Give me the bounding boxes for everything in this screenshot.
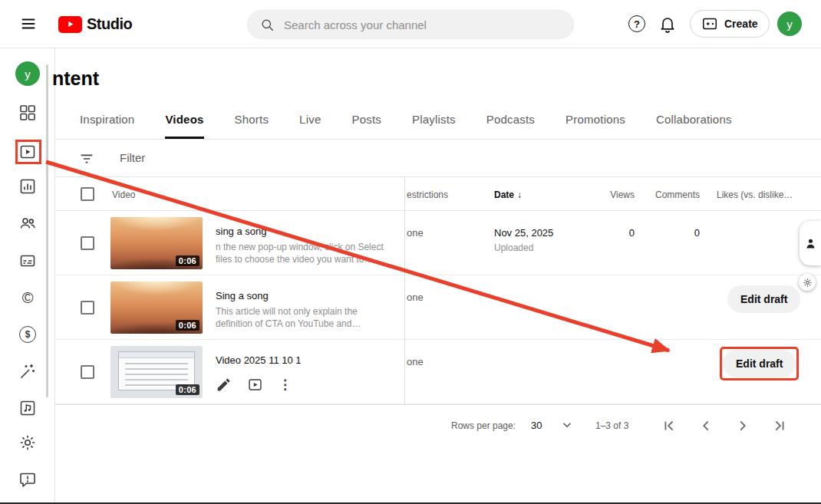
create-video-icon — [701, 15, 718, 32]
watch-on-youtube-icon[interactable] — [247, 377, 263, 393]
studio-logo[interactable]: Studio — [58, 15, 132, 33]
row-checkbox[interactable] — [81, 236, 94, 250]
header-restrictions[interactable]: estrictions — [407, 189, 448, 200]
floating-tool-panel[interactable] — [800, 221, 821, 265]
feedback-icon — [18, 470, 37, 489]
sidebar-item-settings[interactable] — [18, 433, 37, 452]
menu-icon[interactable] — [20, 15, 37, 32]
filter-label[interactable]: Filter — [120, 151, 145, 164]
channel-avatar[interactable]: y — [15, 61, 40, 86]
search-input[interactable] — [284, 18, 561, 31]
restrictions-cell: one — [407, 356, 424, 367]
sidebar-item-audio-library[interactable] — [18, 399, 37, 417]
table-row: 0:06 Video 2025 11 10 1 ⋮ one Edit draft — [55, 340, 821, 404]
youtube-studio-window: Studio ? Create y — [0, 0, 821, 504]
youtube-play-icon — [58, 16, 82, 33]
video-thumbnail[interactable]: 0:06 — [110, 282, 203, 334]
edit-pencil-icon[interactable] — [216, 377, 232, 393]
header-date[interactable]: Date↓ — [494, 189, 522, 200]
earn-icon: $ — [19, 326, 36, 343]
header-views[interactable]: Views — [589, 189, 635, 200]
description-line: This article will not only explain the — [216, 306, 358, 317]
community-icon — [18, 214, 37, 232]
sidebar-item-customization[interactable] — [18, 362, 37, 380]
sidebar-item-subtitles[interactable] — [18, 252, 37, 270]
select-all-checkbox[interactable] — [81, 187, 94, 201]
chevron-down-icon — [560, 418, 574, 432]
thumbnail-art — [119, 352, 194, 358]
sidebar-item-analytics[interactable] — [18, 177, 37, 196]
video-description: n the new pop-up window, click on Select… — [216, 241, 384, 265]
header-comments[interactable]: Comments — [638, 189, 700, 200]
notifications-bell-icon[interactable] — [658, 15, 677, 33]
floating-settings-gear-icon[interactable] — [799, 274, 816, 291]
video-title[interactable]: sing a song — [216, 226, 267, 237]
video-description: This article will not only explain the d… — [216, 305, 384, 330]
tab-playlists[interactable]: Playlists — [412, 100, 456, 139]
pagination-range: 1–3 of 3 — [595, 420, 628, 431]
header-likes[interactable]: Likes (vs. dislike… — [717, 189, 821, 200]
video-thumbnail[interactable]: 0:06 — [110, 346, 203, 398]
last-page-button[interactable] — [771, 417, 788, 434]
tab-shorts[interactable]: Shorts — [235, 100, 269, 139]
avatar-initial: y — [25, 68, 31, 81]
table-header: Video estrictions Date↓ Views Comments L… — [55, 177, 821, 211]
sidebar-item-community[interactable] — [18, 214, 37, 232]
comments-cell: 0 — [638, 227, 700, 239]
tab-live[interactable]: Live — [299, 100, 321, 139]
tab-podcasts[interactable]: Podcasts — [486, 100, 535, 139]
description-line: n the new pop-up window, click on Select — [216, 242, 384, 252]
settings-gear-icon — [18, 433, 37, 452]
search-bar[interactable] — [247, 10, 574, 39]
row-hover-actions: ⋮ — [216, 377, 292, 393]
previous-page-button[interactable] — [697, 417, 714, 434]
views-cell: 0 — [589, 227, 635, 239]
video-title[interactable]: Video 2025 11 10 1 — [216, 354, 302, 366]
create-label: Create — [724, 18, 758, 30]
rows-per-page-label: Rows per page: — [451, 420, 516, 431]
header-video[interactable]: Video — [112, 189, 135, 200]
last-page-icon — [771, 417, 788, 434]
person-icon — [804, 237, 817, 250]
date-label: Date — [494, 189, 514, 200]
sidebar-item-content[interactable] — [18, 143, 37, 161]
tab-videos[interactable]: Videos — [165, 100, 203, 139]
table-row: 0:06 Sing a song This article will not o… — [55, 275, 821, 340]
sidebar-scrollbar[interactable] — [46, 64, 48, 397]
sidebar-item-dashboard[interactable] — [18, 104, 37, 122]
row-checkbox[interactable] — [81, 365, 94, 379]
sidebar-item-feedback[interactable] — [18, 470, 37, 489]
video-title[interactable]: Sing a song — [216, 290, 269, 301]
tab-posts[interactable]: Posts — [351, 100, 381, 139]
create-button[interactable]: Create — [690, 10, 770, 38]
subtitles-icon — [18, 252, 37, 270]
rows-per-page-dropdown[interactable] — [560, 418, 574, 432]
chevron-left-icon — [697, 417, 714, 434]
edit-draft-highlight-box: Edit draft — [720, 347, 799, 380]
filter-icon[interactable] — [78, 150, 95, 167]
edit-draft-button[interactable]: Edit draft — [727, 285, 800, 313]
table-footer: Rows per page: 30 1–3 of 3 — [55, 404, 821, 445]
sidebar-item-earn[interactable]: $ — [18, 325, 37, 344]
help-icon[interactable]: ? — [628, 15, 645, 32]
help-glyph: ? — [634, 18, 640, 30]
analytics-icon — [18, 177, 37, 196]
edit-draft-button[interactable]: Edit draft — [723, 350, 796, 377]
rows-per-page-value[interactable]: 30 — [531, 420, 542, 431]
tab-collaborations[interactable]: Collaborations — [656, 100, 732, 139]
tab-promotions[interactable]: Promotions — [565, 100, 625, 139]
account-avatar[interactable]: y — [777, 12, 802, 36]
more-options-icon[interactable]: ⋮ — [279, 377, 292, 393]
content-tabs: Inspiration Videos Shorts Live Posts Pla… — [55, 100, 821, 140]
row-checkbox[interactable] — [81, 301, 94, 315]
sidebar-item-copyright[interactable]: © — [18, 288, 37, 307]
first-page-button[interactable] — [661, 417, 678, 434]
search-icon — [260, 18, 275, 32]
next-page-button[interactable] — [734, 417, 751, 434]
tab-inspiration[interactable]: Inspiration — [80, 100, 134, 139]
video-thumbnail[interactable]: 0:06 — [110, 217, 203, 269]
page-title: ntent — [52, 68, 99, 90]
sort-descending-icon: ↓ — [517, 189, 522, 200]
description-line: definition of CTA on YouTube and… — [216, 318, 361, 329]
audio-library-icon — [18, 399, 37, 417]
